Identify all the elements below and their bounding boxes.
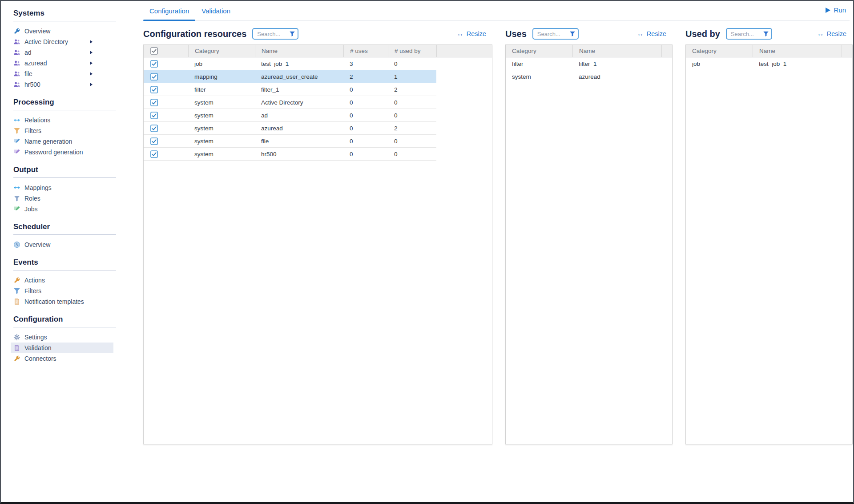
sidebar-item-filters[interactable]: Filters <box>11 125 113 136</box>
cell-uses: 0 <box>343 83 388 96</box>
sidebar-item-label: Filters <box>24 127 41 134</box>
row-checkbox[interactable] <box>144 57 188 70</box>
resources-search-input[interactable] <box>256 30 288 38</box>
cell-category: system <box>188 122 255 134</box>
sidebar-item-hr500[interactable]: hr500 <box>11 79 113 90</box>
funnel-icon <box>13 195 20 202</box>
cell-name: azuread <box>255 122 343 134</box>
clock-icon <box>13 241 20 248</box>
chevron-right-icon[interactable] <box>90 51 93 54</box>
table-row[interactable]: mappingazuread_user_create21 <box>144 70 436 83</box>
sidebar-item-connectors[interactable]: Connectors <box>11 353 113 364</box>
select-all-checkbox[interactable] <box>144 45 188 57</box>
resources-resize-button[interactable]: ↔ Resize <box>457 30 486 37</box>
sidebar-item-active-directory[interactable]: Active Directory <box>11 36 113 47</box>
sidebar-item-actions[interactable]: Actions <box>11 275 113 286</box>
sidebar-section-items: MappingsRolesJobs <box>1 182 131 214</box>
uses-panel-header: Uses ↔ Resize <box>505 27 673 41</box>
sidebar-item-relations[interactable]: Relations <box>11 115 113 125</box>
sidebar-item-label: Actions <box>24 277 45 284</box>
table-row[interactable]: systemfile00 <box>144 135 436 148</box>
cell-uses: 3 <box>343 57 388 70</box>
resources-panel: CategoryName# uses# used by jobtest_job_… <box>143 44 492 444</box>
tab-bar: ConfigurationValidation <box>143 1 850 20</box>
table-row[interactable]: filterfilter_1 <box>506 57 661 70</box>
cell-used-by: 0 <box>388 57 436 70</box>
row-checkbox[interactable] <box>144 135 188 147</box>
uses-search-input[interactable] <box>536 30 568 38</box>
sidebar-item-roles[interactable]: Roles <box>11 193 113 204</box>
used-by-search-input[interactable] <box>730 30 762 38</box>
column-header-category: Category <box>506 45 572 57</box>
column-header-category: Category <box>188 45 255 57</box>
sidebar-item-label: Name generation <box>24 138 72 145</box>
cell-name: test_job_1 <box>753 57 842 70</box>
arrows-icon <box>13 184 20 191</box>
chevron-right-icon[interactable] <box>90 72 93 76</box>
sidebar-item-name-generation[interactable]: Name generation <box>11 136 113 147</box>
table-row[interactable]: systemActive Directory00 <box>144 96 436 109</box>
row-checkbox[interactable] <box>144 109 188 121</box>
tab-validation[interactable]: Validation <box>195 7 237 20</box>
table-row[interactable]: systemhr50000 <box>144 148 436 161</box>
cell-category: filter <box>506 57 572 70</box>
arrows-icon <box>13 117 20 124</box>
sidebar-section-title: Configuration <box>13 315 116 327</box>
used-by-search-box <box>726 28 772 40</box>
sidebar-item-azuread[interactable]: azuread <box>11 58 113 69</box>
sidebar-section-title: Scheduler <box>13 222 116 235</box>
uses-resize-button[interactable]: ↔ Resize <box>637 30 666 37</box>
cell-category: job <box>188 57 255 70</box>
sidebar-item-filters[interactable]: Filters <box>11 286 113 296</box>
row-checkbox[interactable] <box>144 122 188 134</box>
wrench-icon <box>13 355 20 362</box>
filter-funnel-icon[interactable] <box>569 31 576 37</box>
sidebar-item-overview[interactable]: Overview <box>11 26 113 36</box>
table-row[interactable]: systemad00 <box>144 109 436 122</box>
sidebar-item-overview[interactable]: Overview <box>11 239 113 250</box>
chevron-right-icon[interactable] <box>90 40 93 44</box>
users-icon <box>13 49 20 56</box>
sidebar-item-validation[interactable]: Validation <box>11 343 113 353</box>
filter-funnel-icon[interactable] <box>289 31 295 37</box>
sidebar-item-settings[interactable]: Settings <box>11 332 113 343</box>
table-row[interactable]: systemazuread <box>506 70 661 83</box>
run-button[interactable]: Run <box>826 6 846 14</box>
sidebar-item-label: Overview <box>24 241 50 248</box>
table-row[interactable]: jobtest_job_130 <box>144 57 436 70</box>
sidebar-item-notification-templates[interactable]: Notification templates <box>11 296 113 307</box>
row-checkbox[interactable] <box>144 148 188 160</box>
resize-arrows-icon: ↔ <box>637 30 644 37</box>
chevron-right-icon[interactable] <box>90 83 93 86</box>
row-checkbox[interactable] <box>144 83 188 96</box>
funnel-icon <box>13 127 20 134</box>
sidebar-section-items: ActionsFiltersNotification templates <box>1 275 131 307</box>
cell-used-by: 0 <box>388 135 436 147</box>
table-row[interactable]: filterfilter_102 <box>144 83 436 96</box>
resources-table-body: jobtest_job_130mappingazuread_user_creat… <box>144 57 492 161</box>
sidebar-item-ad[interactable]: ad <box>11 47 113 58</box>
cell-name: azuread_user_create <box>255 70 343 83</box>
sidebar-item-password-generation[interactable]: Password generation <box>11 147 113 157</box>
row-checkbox[interactable] <box>144 96 188 109</box>
sidebar-section-title: Processing <box>13 98 116 110</box>
used-by-resize-button[interactable]: ↔ Resize <box>817 30 846 37</box>
row-checkbox[interactable] <box>144 70 188 83</box>
cell-uses: 0 <box>343 109 388 121</box>
cell-used-by: 1 <box>388 70 436 83</box>
sidebar-item-label: Connectors <box>24 355 56 362</box>
sidebar-item-label: Mappings <box>24 184 52 191</box>
table-row[interactable]: systemazuread02 <box>144 122 436 135</box>
sidebar-item-jobs[interactable]: Jobs <box>11 204 113 214</box>
tab-configuration[interactable]: Configuration <box>143 7 195 20</box>
chevron-right-icon[interactable] <box>90 61 93 65</box>
sidebar-item-mappings[interactable]: Mappings <box>11 182 113 193</box>
cell-uses: 0 <box>343 96 388 109</box>
filter-funnel-icon[interactable] <box>763 31 769 37</box>
tabs: ConfigurationValidation <box>143 7 237 20</box>
table-row[interactable]: jobtest_job_1 <box>686 57 842 70</box>
sidebar-item-label: azuread <box>24 60 47 67</box>
users-icon <box>13 70 20 77</box>
cell-category: system <box>188 148 255 160</box>
sidebar-item-file[interactable]: file <box>11 69 113 79</box>
